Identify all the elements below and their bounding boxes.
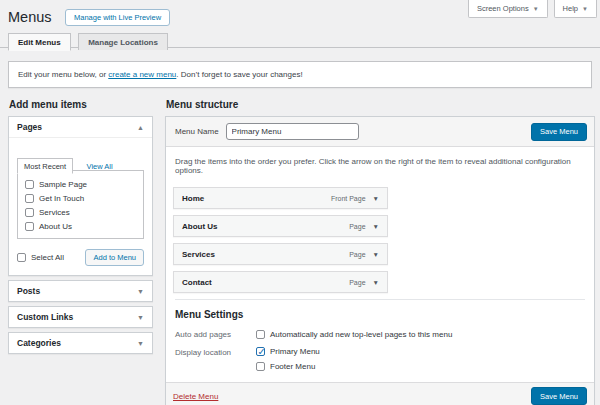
location-footer-menu: Footer Menu: [256, 362, 320, 371]
pages-metabox: Pages ▲ Most Recent View All Search Samp…: [8, 116, 153, 276]
menu-footer-actions: Delete Menu Save Menu: [166, 382, 594, 405]
menu-item-home[interactable]: Home Front Page ▼: [173, 187, 388, 209]
help-label: Help: [563, 4, 578, 13]
primary-menu-label: Primary Menu: [270, 347, 320, 356]
categories-metabox-title: Categories: [17, 338, 61, 348]
footer-menu-label: Footer Menu: [270, 362, 315, 371]
page-label: Get In Touch: [39, 194, 84, 203]
custom-links-metabox: Custom Links ▼: [8, 306, 153, 328]
add-menu-items-heading: Add menu items: [9, 99, 153, 110]
chevron-down-icon: ▼: [582, 6, 588, 12]
menu-item-contact[interactable]: Contact Page ▼: [173, 271, 388, 293]
pages-metabox-body: Most Recent View All Search Sample Page …: [9, 137, 152, 275]
location-primary-menu: Primary Menu: [256, 347, 320, 356]
screen-meta-links: Screen Options ▼ Help ▼: [468, 0, 597, 18]
screen-options-button[interactable]: Screen Options ▼: [468, 0, 548, 18]
categories-metabox-header[interactable]: Categories ▼: [9, 333, 152, 353]
display-location-label: Display location: [175, 347, 256, 371]
auto-add-pages-checkbox[interactable]: [256, 330, 265, 339]
menu-item-list: Home Front Page ▼ About Us Page ▼ Servic…: [166, 175, 594, 293]
chevron-down-icon[interactable]: ▼: [137, 340, 144, 347]
page-checklist: Sample Page Get In Touch Services About …: [17, 170, 144, 239]
add-to-menu-button[interactable]: Add to Menu: [85, 249, 144, 266]
posts-metabox-title: Posts: [17, 286, 40, 296]
tab-manage-locations[interactable]: Manage Locations: [78, 33, 168, 50]
add-menu-items-panel: Add menu items Pages ▲ Most Recent View …: [8, 99, 153, 354]
notice-text-after: . Don’t forget to save your changes!: [176, 70, 302, 79]
select-all-checkbox[interactable]: [17, 253, 26, 262]
checkbox-about-us[interactable]: [25, 222, 34, 231]
menu-editor-panel: Menu Name Save Menu Drag the items into …: [165, 116, 595, 405]
chevron-down-icon[interactable]: ▼: [373, 251, 379, 258]
posts-metabox: Posts ▼: [8, 280, 153, 302]
pages-filter-tabs: Most Recent View All Search: [17, 155, 144, 170]
chevron-down-icon[interactable]: ▼: [373, 195, 379, 202]
chevron-down-icon: ▼: [533, 6, 539, 12]
menu-item-type: Page: [349, 279, 365, 286]
menu-name-input[interactable]: [226, 123, 359, 140]
tab-edit-menus[interactable]: Edit Menus: [8, 33, 71, 51]
auto-add-pages-option-label: Automatically add new top-level pages to…: [270, 330, 452, 339]
menu-item-type: Page: [349, 223, 365, 230]
page-checklist-item: Services: [18, 205, 143, 219]
menu-item-services[interactable]: Services Page ▼: [173, 243, 388, 265]
select-all-label: Select All: [31, 253, 64, 262]
auto-add-pages-option: Automatically add new top-level pages to…: [256, 329, 452, 339]
manage-live-preview-button[interactable]: Manage with Live Preview: [65, 9, 170, 26]
menu-item-label: About Us: [174, 222, 218, 231]
checkbox-get-in-touch[interactable]: [25, 194, 34, 203]
pages-button-controls: Select All Add to Menu: [17, 249, 144, 266]
save-menu-button-bottom[interactable]: Save Menu: [531, 387, 587, 405]
menu-item-label: Home: [174, 194, 204, 203]
select-all-control: Select All: [17, 253, 64, 262]
page-checklist-item: Sample Page: [18, 177, 143, 191]
menu-settings-section: Menu Settings Auto add pages Automatical…: [175, 299, 585, 371]
page-label: About Us: [39, 222, 72, 231]
chevron-down-icon[interactable]: ▼: [373, 223, 379, 230]
auto-add-pages-label: Auto add pages: [175, 329, 256, 339]
display-location-row: Display location Primary Menu Footer Men…: [175, 347, 585, 371]
checkbox-services[interactable]: [25, 208, 34, 217]
screen-options-label: Screen Options: [477, 4, 529, 13]
nav-tab-bar: Edit Menus Manage Locations: [0, 30, 600, 48]
notice-text-before: Edit your menu below, or: [18, 70, 108, 79]
tab-most-recent[interactable]: Most Recent: [17, 158, 73, 174]
create-new-menu-link[interactable]: create a new menu: [108, 70, 176, 79]
page-label: Services: [39, 208, 70, 217]
chevron-down-icon[interactable]: ▼: [137, 288, 144, 295]
page-label: Sample Page: [39, 180, 87, 189]
menu-item-about-us[interactable]: About Us Page ▼: [173, 215, 388, 237]
page-checklist-item: About Us: [18, 219, 143, 233]
menu-item-label: Contact: [174, 278, 212, 287]
delete-menu-link[interactable]: Delete Menu: [173, 392, 218, 401]
posts-metabox-header[interactable]: Posts ▼: [9, 281, 152, 301]
auto-add-pages-row: Auto add pages Automatically add new top…: [175, 329, 585, 339]
menu-item-type: Front Page: [331, 195, 366, 202]
menu-structure-panel: Menu structure Menu Name Save Menu Drag …: [165, 99, 595, 405]
chevron-down-icon[interactable]: ▼: [373, 279, 379, 286]
menu-item-label: Services: [174, 250, 215, 259]
page-checklist-item: Get In Touch: [18, 191, 143, 205]
menu-item-type: Page: [349, 251, 365, 258]
chevron-down-icon[interactable]: ▼: [137, 314, 144, 321]
menu-name-bar: Menu Name Save Menu: [166, 117, 594, 147]
edit-menu-notice: Edit your menu below, or create a new me…: [8, 61, 592, 88]
menu-settings-heading: Menu Settings: [175, 309, 585, 320]
save-menu-button-top[interactable]: Save Menu: [531, 123, 587, 141]
pages-metabox-header[interactable]: Pages ▲: [9, 117, 152, 137]
checkbox-sample-page[interactable]: [25, 180, 34, 189]
footer-menu-checkbox[interactable]: [256, 362, 265, 371]
custom-links-metabox-header[interactable]: Custom Links ▼: [9, 307, 152, 327]
chevron-up-icon[interactable]: ▲: [137, 124, 144, 131]
primary-menu-checkbox[interactable]: [256, 347, 265, 356]
drag-instructions: Drag the items into the order you prefer…: [166, 147, 594, 175]
help-button[interactable]: Help ▼: [554, 0, 597, 18]
categories-metabox: Categories ▼: [8, 332, 153, 354]
page-title: Menus: [8, 9, 52, 25]
menu-name-label: Menu Name: [175, 127, 219, 136]
custom-links-metabox-title: Custom Links: [17, 312, 73, 322]
pages-metabox-title: Pages: [17, 122, 42, 132]
menu-structure-heading: Menu structure: [166, 99, 595, 110]
